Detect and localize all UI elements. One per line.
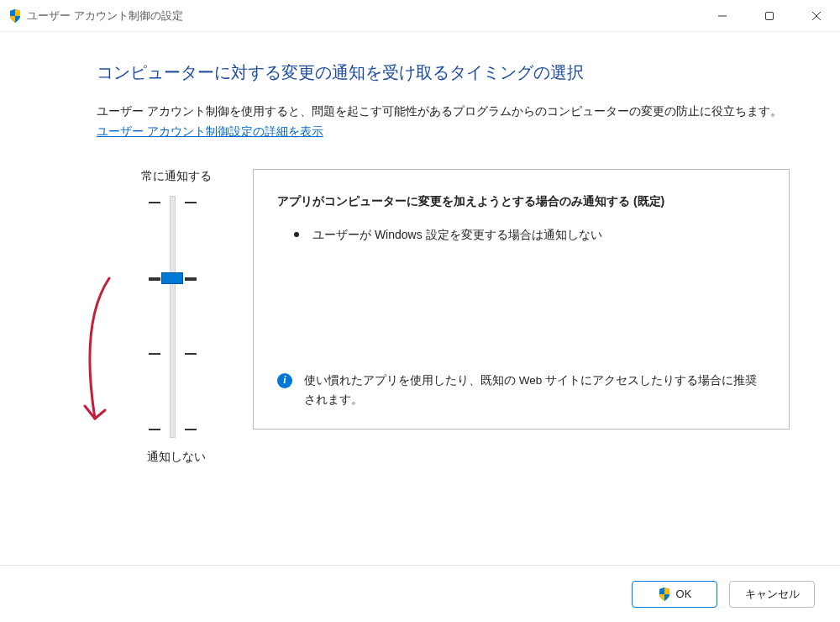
minimize-button[interactable] <box>699 0 746 31</box>
annotation-arrow-icon <box>71 271 122 440</box>
slider-bottom-label: 通知しない <box>105 450 248 465</box>
svg-rect-1 <box>766 12 774 19</box>
maximize-button[interactable] <box>746 0 793 31</box>
slider-column: 常に通知する 通知しない <box>97 169 248 465</box>
info-icon: i <box>277 373 292 388</box>
page-heading: コンピューターに対する変更の通知を受け取るタイミングの選択 <box>97 61 790 84</box>
panel-note: i 使い慣れたアプリを使用したり、既知の Web サイトにアクセスしたりする場合… <box>277 372 765 410</box>
control-area: 常に通知する 通知しない アプリがコンピューターに変更を加えようとする場合のみ通… <box>97 169 790 465</box>
slider-top-label: 常に通知する <box>105 169 248 184</box>
window-controls <box>699 0 840 31</box>
shield-icon <box>658 588 671 601</box>
panel-title: アプリがコンピューターに変更を加えようとする場合のみ通知する (既定) <box>277 192 765 210</box>
panel-bullet-list: ユーザーが Windows 設定を変更する場合は通知しない <box>277 225 765 244</box>
info-panel: アプリがコンピューターに変更を加えようとする場合のみ通知する (既定) ユーザー… <box>253 169 790 430</box>
footer: OK キャンセル <box>0 565 840 622</box>
slider-track <box>170 196 176 438</box>
cancel-button-label: キャンセル <box>745 587 800 602</box>
window-title: ユーザー アカウント制御の設定 <box>27 8 183 24</box>
content-area: コンピューターに対する変更の通知を受け取るタイミングの選択 ユーザー アカウント… <box>0 32 840 465</box>
shield-icon <box>8 9 22 23</box>
cancel-button[interactable]: キャンセル <box>729 581 815 608</box>
info-link[interactable]: ユーザー アカウント制御設定の詳細を表示 <box>97 124 323 140</box>
titlebar: ユーザー アカウント制御の設定 <box>0 0 840 32</box>
panel-note-text: 使い慣れたアプリを使用したり、既知の Web サイトにアクセスしたりする場合に推… <box>304 372 765 410</box>
panel-bullet-item: ユーザーが Windows 設定を変更する場合は通知しない <box>294 225 765 244</box>
page-description: ユーザー アカウント制御を使用すると、問題を起こす可能性があるプログラムからのコ… <box>97 103 790 121</box>
slider-thumb[interactable] <box>161 272 183 284</box>
close-button[interactable] <box>793 0 840 31</box>
ok-button[interactable]: OK <box>632 581 717 608</box>
uac-slider[interactable] <box>97 196 248 438</box>
ok-button-label: OK <box>676 588 692 600</box>
